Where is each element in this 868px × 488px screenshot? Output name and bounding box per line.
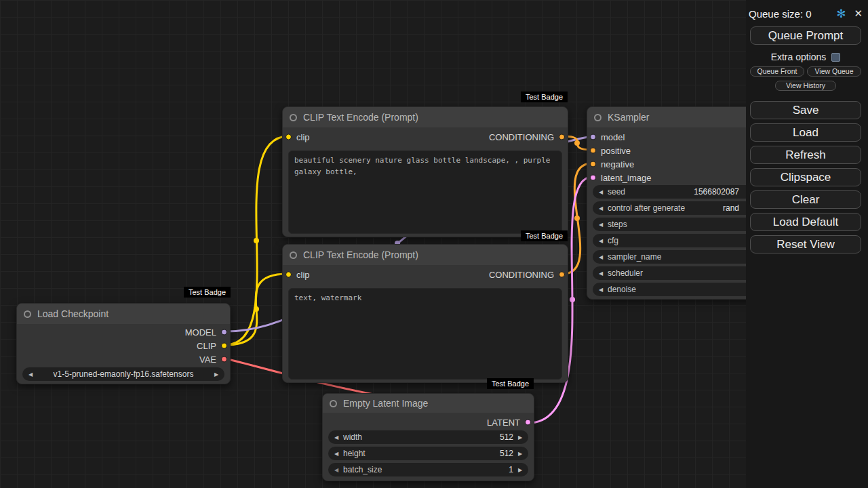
comfy-menu-panel: Queue size: 0 ✻ ✕ Queue Prompt Extra opt… <box>746 0 868 488</box>
test-badge: Test Badge <box>487 378 534 389</box>
node-header[interactable]: Load Checkpoint <box>17 304 230 324</box>
negative-input-port[interactable] <box>590 161 596 167</box>
collapse-dot-icon[interactable] <box>24 310 31 318</box>
queue-front-button[interactable]: Queue Front <box>750 66 804 77</box>
batch-size-widget[interactable]: ◀ batch_size 1 ▶ <box>328 463 528 476</box>
node-load-checkpoint[interactable]: Load Checkpoint MODEL CLIP VAE ◀ v1-5-pr… <box>16 303 231 384</box>
load-button[interactable]: Load <box>750 123 861 142</box>
test-badge: Test Badge <box>521 230 568 241</box>
link-dot <box>570 297 575 302</box>
left-arrow-icon[interactable]: ◀ <box>597 254 605 260</box>
collapse-dot-icon[interactable] <box>290 114 297 121</box>
clipspace-button[interactable]: Clipspace <box>750 168 861 186</box>
clip-input-port[interactable] <box>285 272 292 278</box>
collapse-dot-icon[interactable] <box>330 400 337 407</box>
left-arrow-icon[interactable]: ◀ <box>332 434 340 441</box>
node-header[interactable]: CLIP Text Encode (Prompt) <box>283 245 568 265</box>
vae-output-port[interactable] <box>221 357 227 363</box>
collapse-dot-icon[interactable] <box>290 251 297 259</box>
save-button[interactable]: Save <box>750 101 861 119</box>
left-arrow-icon[interactable]: ◀ <box>597 222 605 228</box>
height-widget[interactable]: ◀ height 512 ▶ <box>328 447 528 460</box>
extra-options-row: Extra options <box>749 52 863 62</box>
conditioning-output-port[interactable] <box>559 134 565 140</box>
node-title: Empty Latent Image <box>343 398 428 409</box>
latent-input-port[interactable] <box>590 175 596 181</box>
conditioning-output-port[interactable] <box>559 272 565 278</box>
right-arrow-icon[interactable]: ▶ <box>516 434 524 441</box>
clip-output-port[interactable] <box>221 343 227 349</box>
close-icon[interactable]: ✕ <box>854 7 863 20</box>
left-arrow-icon[interactable]: ◀ <box>332 467 340 473</box>
extra-options-label: Extra options <box>771 52 827 62</box>
clip-input-port[interactable] <box>285 134 292 140</box>
node-clip-text-encode-positive[interactable]: CLIP Text Encode (Prompt) clip CONDITION… <box>282 106 568 237</box>
node-title: CLIP Text Encode (Prompt) <box>303 112 418 123</box>
model-output-port[interactable] <box>221 329 227 336</box>
reset-view-button[interactable]: Reset View <box>750 235 861 253</box>
link-dot <box>574 216 580 221</box>
left-arrow-icon[interactable]: ◀ <box>26 371 35 378</box>
right-arrow-icon[interactable]: ▶ <box>516 451 524 457</box>
output-vae: VAE <box>17 352 230 366</box>
queue-prompt-button[interactable]: Queue Prompt <box>750 26 861 45</box>
test-badge: Test Badge <box>521 92 568 102</box>
right-arrow-icon[interactable]: ▶ <box>212 371 220 378</box>
output-clip: CLIP <box>17 339 230 352</box>
node-graph-canvas[interactable]: Load Checkpoint MODEL CLIP VAE ◀ v1-5-pr… <box>0 0 868 488</box>
right-arrow-icon[interactable]: ▶ <box>516 467 524 473</box>
node-clip-text-encode-negative[interactable]: CLIP Text Encode (Prompt) clip CONDITION… <box>282 244 568 383</box>
link-dot <box>254 238 259 243</box>
link-dot <box>574 140 580 146</box>
node-title: KSampler <box>608 112 649 123</box>
node-header[interactable]: CLIP Text Encode (Prompt) <box>283 107 568 127</box>
settings-gear-icon[interactable]: ✻ <box>836 7 846 21</box>
collapse-dot-icon[interactable] <box>594 114 601 121</box>
positive-prompt-text[interactable]: beautiful scenery nature glass bottle la… <box>288 150 562 234</box>
node-title: Load Checkpoint <box>37 308 108 319</box>
queue-size-label: Queue size: 0 <box>749 8 812 20</box>
slot-row: clip CONDITIONING <box>283 265 568 284</box>
slot-row: clip CONDITIONING <box>283 127 568 146</box>
clear-button[interactable]: Clear <box>750 190 861 209</box>
extra-options-checkbox[interactable] <box>831 53 840 62</box>
positive-input-port[interactable] <box>590 148 596 154</box>
queue-actions-row: Queue Front View Queue <box>749 66 863 77</box>
left-arrow-icon[interactable]: ◀ <box>597 205 605 211</box>
left-arrow-icon[interactable]: ◀ <box>597 189 605 195</box>
model-input-port[interactable] <box>590 134 596 140</box>
output-latent: LATENT <box>323 415 534 429</box>
negative-prompt-text[interactable]: text, watermark <box>288 288 562 380</box>
width-widget[interactable]: ◀ width 512 ▶ <box>328 430 528 444</box>
latent-output-port[interactable] <box>525 420 531 426</box>
refresh-button[interactable]: Refresh <box>750 146 861 164</box>
test-badge: Test Badge <box>184 287 231 298</box>
left-arrow-icon[interactable]: ◀ <box>332 451 340 457</box>
link-dot <box>254 306 259 312</box>
node-empty-latent-image[interactable]: Empty Latent Image LATENT ◀ width 512 ▶ … <box>322 393 534 481</box>
left-arrow-icon[interactable]: ◀ <box>597 238 605 244</box>
view-queue-button[interactable]: View Queue <box>807 66 861 77</box>
ckpt-name-widget[interactable]: ◀ v1-5-pruned-emaonly-fp16.safetensors ▶ <box>22 367 224 381</box>
node-title: CLIP Text Encode (Prompt) <box>303 249 418 260</box>
left-arrow-icon[interactable]: ◀ <box>597 287 605 293</box>
output-model: MODEL <box>17 325 230 339</box>
left-arrow-icon[interactable]: ◀ <box>597 270 605 277</box>
node-header[interactable]: Empty Latent Image <box>323 394 534 413</box>
view-history-button[interactable]: View History <box>775 81 836 91</box>
load-default-button[interactable]: Load Default <box>750 213 861 231</box>
menu-top-row: Queue size: 0 ✻ ✕ <box>749 7 863 20</box>
